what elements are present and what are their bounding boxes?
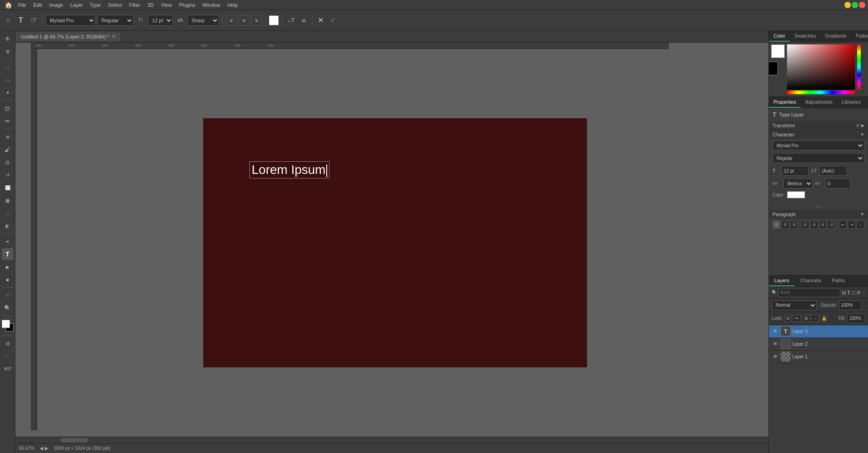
text-tool-icon[interactable]: T (15, 15, 26, 26)
lock-all-icon[interactable]: 🔒 (820, 315, 828, 322)
dodge-tool[interactable]: ◐ (2, 220, 14, 231)
history-brush-tool[interactable]: ↺ (2, 169, 14, 181)
text-color-swatch[interactable] (269, 15, 279, 25)
transform-section-header[interactable]: Transform ↺ ▶ (769, 121, 868, 130)
para-indent-left-btn[interactable]: ⇤ (839, 221, 847, 229)
para-justify-left-btn[interactable]: ☰ (801, 221, 809, 229)
transform-reset-icon[interactable]: ↺ (856, 123, 859, 128)
layer-selected-icon[interactable]: ◻ (852, 289, 855, 297)
layer-filter-icon[interactable]: ▤ (842, 289, 846, 297)
close-button[interactable] (859, 2, 865, 8)
clone-tool[interactable]: ⊙ (2, 156, 14, 168)
canvas-text-element[interactable]: Lorem Ipsum (249, 161, 329, 178)
lasso-tool[interactable]: ⌓ (2, 74, 14, 86)
char-leading-input[interactable] (820, 166, 847, 176)
close-tab-icon[interactable]: ✕ (112, 34, 115, 39)
menu-type[interactable]: Type (87, 1, 104, 9)
para-justify-center-btn[interactable]: ☰ (810, 221, 818, 229)
blur-tool[interactable]: ◌ (2, 207, 14, 219)
tracking-type-select[interactable]: Metrics (783, 178, 813, 188)
tab-libraries[interactable]: Libraries (837, 97, 865, 108)
canvas-document[interactable]: Lorem Ipsum (203, 118, 587, 367)
confirm-button[interactable]: ✓ (327, 16, 339, 24)
more-tools-btn[interactable]: ··· (2, 350, 14, 362)
lock-pixels-icon[interactable]: ⊟ (784, 315, 792, 322)
font-style-select[interactable]: Regular (97, 15, 134, 26)
char-color-swatch[interactable] (787, 191, 805, 198)
menu-image[interactable]: Image (46, 1, 67, 9)
pen-tool[interactable]: ✒ (2, 236, 14, 247)
para-align-right-btn[interactable]: ☰ (790, 221, 798, 229)
tab-properties[interactable]: Properties (769, 97, 801, 108)
menu-view[interactable]: View (158, 1, 175, 9)
screen-mode-btn[interactable]: ⊟ (2, 337, 14, 349)
opacity-input[interactable] (839, 300, 862, 310)
para-space-btn[interactable]: ↕ (857, 221, 864, 229)
menu-plugins[interactable]: Plugins (176, 1, 198, 9)
menu-file[interactable]: File (15, 1, 29, 9)
app-home-icon[interactable]: 🏠 (3, 1, 14, 9)
move-tool[interactable]: ✛ (2, 33, 14, 44)
tab-paths[interactable]: Paths (827, 275, 850, 286)
para-indent-right-btn[interactable]: ⇥ (848, 221, 855, 229)
wand-tool[interactable]: ✦ (2, 87, 14, 98)
path-select-tool[interactable]: ▶ (2, 261, 14, 273)
tab-swatches[interactable]: Swatches (790, 31, 820, 42)
layer-item-2[interactable]: 👁 Layer 2 (769, 338, 868, 351)
zoom-tool[interactable]: 🔍 (2, 302, 14, 314)
navigator-arrows[interactable]: ◀ ▶ (40, 446, 48, 451)
menu-window[interactable]: Window (200, 1, 224, 9)
char-font-size-input[interactable] (782, 166, 809, 176)
layer-filter-options-icon[interactable]: ⋮ (862, 289, 866, 297)
maximize-button[interactable] (852, 2, 858, 8)
layer-2-visibility-icon[interactable]: 👁 (772, 340, 779, 347)
menu-layer[interactable]: Layer (67, 1, 86, 9)
gradient-tool[interactable]: ▦ (2, 194, 14, 206)
layer-type-icon[interactable]: T (847, 289, 850, 297)
minimize-button[interactable] (844, 2, 851, 8)
crop-tool[interactable]: ⊡ (2, 102, 14, 114)
fill-input[interactable] (847, 313, 865, 323)
hand-tool[interactable]: ☜ (2, 289, 14, 301)
char-font-family-select[interactable]: Myriad Pro (773, 140, 864, 150)
more-options-btn[interactable]: ... (769, 200, 868, 210)
blend-mode-select[interactable]: Normal (772, 300, 817, 310)
layer-3-visibility-icon[interactable]: 👁 (772, 328, 779, 335)
marquee-tool[interactable]: ⬚ (2, 61, 14, 73)
anti-alias-select[interactable]: Sharp (187, 15, 219, 26)
horizontal-scrollbar[interactable] (15, 437, 768, 443)
eraser-tool[interactable]: ⬜ (2, 182, 14, 193)
layer-item-3[interactable]: 👁 T Layer 3 (769, 325, 868, 338)
text-tool[interactable]: T (2, 248, 14, 260)
home-icon[interactable]: ⌂ (3, 15, 14, 26)
para-justify-right-btn[interactable]: ☰ (819, 221, 827, 229)
eyedropper-tool[interactable]: ✏ (2, 115, 14, 127)
character-section-header[interactable]: Character ▼ (769, 130, 868, 139)
color-spectrum[interactable] (787, 44, 855, 90)
menu-edit[interactable]: Edit (30, 1, 45, 9)
font-size-select[interactable]: 12 pt (148, 15, 173, 26)
lock-position-icon[interactable]: ✏ (793, 315, 801, 322)
extra-tools-btn[interactable]: ⊞⊡ (2, 363, 14, 375)
document-tab[interactable]: Untitled-1 @ 66.7% (Layer 2, RGB/8#) * ✕ (15, 32, 121, 41)
tracking-value-input[interactable] (825, 178, 850, 188)
canvas-scroll-area[interactable]: 100200300400500600700800 Lorem Ipsum (15, 43, 768, 437)
layer-item-1[interactable]: 👁 Layer 1 (769, 351, 868, 363)
align-right-button[interactable]: ≡ (251, 15, 262, 26)
shape-tool[interactable]: ■ (2, 274, 14, 285)
text-orientation-icon[interactable]: ⌷T (28, 15, 39, 26)
warp-text-icon[interactable]: ⌣T (286, 15, 296, 26)
menu-filter[interactable]: Filter (126, 1, 143, 9)
heal-tool[interactable]: ⊕ (2, 131, 14, 143)
align-left-button[interactable]: ≡ (226, 15, 237, 26)
brush-tool[interactable]: 🖌 (2, 144, 14, 155)
tab-layers[interactable]: Layers (769, 275, 795, 286)
hue-slider[interactable] (787, 91, 855, 94)
layer-1-visibility-icon[interactable]: 👁 (772, 353, 779, 360)
paragraph-section-header[interactable]: Paragraph ▼ (769, 210, 868, 219)
cancel-button[interactable]: ✕ (316, 16, 325, 24)
tab-color[interactable]: Color (769, 31, 790, 42)
align-center-button[interactable]: ≡ (238, 15, 249, 26)
vertical-hue-slider[interactable] (857, 44, 861, 90)
artboard-tool[interactable]: ⊞ (2, 45, 14, 57)
